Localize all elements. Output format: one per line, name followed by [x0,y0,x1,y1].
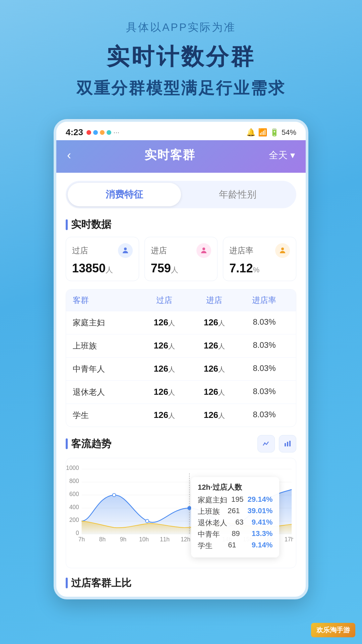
svg-rect-5 [287,442,288,446]
cell-name: 退休老人 [73,387,139,397]
col-header-group: 客群 [73,295,139,306]
tooltip-row-item: 退休老人639.41% [198,518,273,528]
section-bar [66,219,68,230]
dot-cyan [107,130,111,135]
cell-rate: 8.03% [239,340,289,351]
cell-entered: 126人 [189,387,239,397]
tooltip-rows: 家庭主妇19529.14%上班族26139.01%退休老人639.41%中青年8… [198,495,273,551]
tabs-container: 消费特征 年龄性别 [66,181,296,208]
svg-rect-4 [285,443,286,446]
tooltip-row-item: 家庭主妇19529.14% [198,495,273,505]
table-header: 客群 过店 进店 进店率 [66,289,296,311]
svg-text:800: 800 [69,478,79,484]
col-header-rate: 进店率 [239,295,289,306]
stat-value-rate: 7.12% [229,261,290,275]
svg-text:1000: 1000 [66,465,79,471]
stat-icon-entered [196,243,211,258]
chart-section: 客流趋势 [66,435,296,568]
dot-red [86,130,91,135]
tab-consumption[interactable]: 消费特征 [68,183,181,206]
svg-text:200: 200 [69,517,79,523]
chart-wrapper: 1000 800 600 400 200 0 [66,458,296,568]
svg-text:17h: 17h [285,536,293,543]
stat-label-rate: 进店率 [229,245,253,256]
status-time: 4:23 [66,127,83,138]
table-row: 学生 126人 126人 8.03% [66,404,296,427]
bottom-section-title: 过店客群上比 [71,576,131,590]
watermark: 欢乐淘手游 [311,623,355,637]
dp-1 [113,493,116,497]
svg-text:11h: 11h [160,536,170,543]
chart-line-btn[interactable] [257,435,275,452]
battery-icon: 🔋 [270,128,279,137]
cell-entered: 126人 [189,317,239,328]
svg-text:8h: 8h [99,536,106,543]
app-title: 实时客群 [144,147,195,163]
page-subtitle: 具体以APP实际为准 [126,20,236,35]
chart-title: 客流趋势 [66,437,111,451]
status-icons: 🔔 📶 🔋 54% [246,128,296,137]
filter-button[interactable]: 全天 ▾ [269,149,295,162]
cell-name: 学生 [73,410,139,421]
battery-pct: 54% [282,128,296,137]
col-header-entered: 进店 [189,295,239,306]
tooltip-row-item: 上班族26139.01% [198,506,273,517]
stat-label-entered: 进店 [151,245,167,256]
cell-name: 上班族 [73,340,139,351]
svg-point-0 [124,248,127,250]
cell-name: 家庭主妇 [73,317,139,328]
cell-entered: 126人 [189,340,239,351]
tab-age-gender[interactable]: 年龄性别 [181,183,294,206]
tooltip-title: 12h·过店人数 [198,482,273,492]
back-button[interactable]: ‹ [67,148,71,162]
cell-passed: 126人 [139,387,189,397]
dp-2 [145,520,149,523]
svg-text:7h: 7h [78,536,85,543]
svg-rect-6 [289,441,291,446]
svg-text:12h: 12h [181,536,190,543]
data-table: 客群 过店 进店 进店率 家庭主妇 126人 126人 8.03% 上班族 12… [66,289,296,427]
stat-value-entered: 759人 [151,261,212,275]
table-rows: 家庭主妇 126人 126人 8.03% 上班族 126人 126人 8.03%… [66,311,296,427]
chart-icon-row [257,435,296,452]
svg-text:9h: 9h [120,536,126,543]
wifi-icon: 📶 [258,128,267,137]
page-description: 双重分群模型满足行业需求 [76,77,286,99]
svg-text:0: 0 [76,530,79,536]
page-title: 实时计数分群 [107,42,255,72]
svg-point-3 [264,442,265,444]
table-row: 上班族 126人 126人 8.03% [66,334,296,357]
phone-mockup: 4:23 ··· 🔔 📶 🔋 54% ‹ 实时客群 全天 ▾ 消费特征 年龄性别 [54,119,308,599]
stat-card-entered: 进店 759人 [144,237,218,281]
chart-svg-container: 1000 800 600 400 200 0 [66,464,293,562]
stats-row: 过店 13850人 进店 759人 进店率 [66,237,296,281]
svg-text:10h: 10h [139,536,149,543]
cell-passed: 126人 [139,340,189,351]
chart-section-header: 客流趋势 [66,435,296,452]
svg-text:400: 400 [69,504,79,511]
stat-icon-rate [275,243,290,258]
realtime-section-title: 实时数据 [66,218,296,231]
tooltip-row-item: 学生619.14% [198,541,273,551]
table-row: 家庭主妇 126人 126人 8.03% [66,311,296,334]
stat-icon-passed [118,243,133,258]
chart-section-bar [66,438,68,449]
chart-bar-btn[interactable] [279,435,296,452]
cell-rate: 8.03% [239,387,289,397]
table-row: 中青年人 126人 126人 8.03% [66,357,296,380]
svg-text:600: 600 [69,491,79,497]
bottom-section: 过店客群上比 [66,576,296,597]
cell-rate: 8.03% [239,317,289,328]
cell-rate: 8.03% [239,410,289,421]
cell-passed: 126人 [139,317,189,328]
tooltip-row-item: 中青年8913.3% [198,529,273,539]
cell-passed: 126人 [139,364,189,374]
col-header-passed: 过店 [139,295,189,306]
stat-label-passed: 过店 [72,245,88,256]
cell-entered: 126人 [189,410,239,421]
table-row: 退休老人 126人 126人 8.03% [66,380,296,404]
svg-point-1 [202,248,205,250]
svg-point-2 [281,248,284,250]
status-bar: 4:23 ··· 🔔 📶 🔋 54% [56,122,306,140]
app-header: ‹ 实时客群 全天 ▾ [56,140,306,173]
